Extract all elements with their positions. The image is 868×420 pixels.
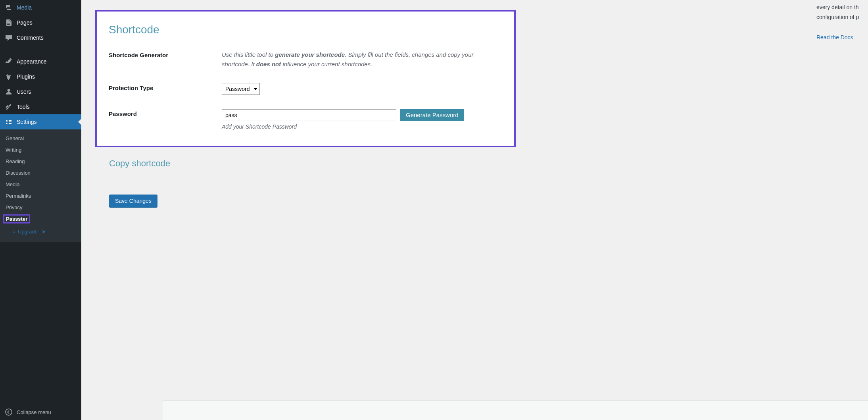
sidebar-item-label: Settings [17,119,37,125]
row-protection-type: Protection Type Password [109,83,502,95]
password-input[interactable] [222,109,396,121]
admin-footer [163,400,868,420]
row-generator: Shortcode Generator Use this little tool… [109,50,502,69]
sidebar-item-media[interactable]: Media [0,0,81,15]
protection-type-select[interactable]: Password [222,83,260,95]
media-icon [5,4,13,12]
settings-submenu: General Writing Reading Discussion Media… [0,129,81,242]
generate-password-button[interactable]: Generate Password [400,109,464,121]
sub-item-discussion[interactable]: Discussion [0,167,81,179]
content-area: Shortcode Shortcode Generator Use this l… [81,0,868,420]
sidebar-item-label: Media [17,4,32,11]
comments-icon [5,34,13,42]
sub-item-permalinks[interactable]: Permalinks [0,190,81,202]
row-password: Password Generate Password Add your Shor… [109,109,502,130]
save-changes-button[interactable]: Save Changes [109,195,157,207]
sidebar-item-appearance[interactable]: Appearance [0,54,81,69]
sidebar-item-plugins[interactable]: Plugins [0,69,81,84]
collapse-label: Collapse menu [17,409,51,415]
sub-item-privacy[interactable]: Privacy [0,202,81,213]
password-helper-text: Add your Shortcode Password [222,123,502,130]
sub-item-passster[interactable]: Passster [6,216,27,222]
upgrade-sub-icon: ↳ [12,229,15,234]
generator-label: Shortcode Generator [109,50,222,58]
panel-heading: Shortcode [109,23,502,36]
sidebar-item-label: Appearance [17,58,47,65]
sub-item-passster-highlight: Passster [3,214,30,223]
sidebar-item-label: Pages [17,19,33,26]
svg-point-0 [6,409,12,415]
sidebar-item-users[interactable]: Users [0,84,81,99]
settings-icon [5,118,13,126]
sidebar-item-label: Users [17,89,31,95]
sidebar-item-tools[interactable]: Tools [0,99,81,114]
sub-item-media[interactable]: Media [0,179,81,190]
admin-menu: Media Pages Comments Appearance Plugins [0,0,81,404]
generator-description: Use this little tool to generate your sh… [222,50,502,69]
pages-icon [5,19,13,27]
sidebar-item-comments[interactable]: Comments [0,30,81,45]
side-help-panel: every detail on th configuration of p Re… [816,0,868,40]
sub-item-general[interactable]: General [0,133,81,144]
sidebar-item-settings[interactable]: Settings [0,114,81,129]
password-label: Password [109,109,222,117]
sidebar-item-pages[interactable]: Pages [0,15,81,30]
sub-item-upgrade[interactable]: ↳ Upgrade ➤ [0,226,81,237]
read-docs-link[interactable]: Read the Docs [816,34,853,40]
users-icon [5,88,13,96]
shortcode-panel: Shortcode Shortcode Generator Use this l… [95,10,516,147]
sidebar-item-label: Tools [17,104,30,110]
protection-type-label: Protection Type [109,83,222,91]
sub-item-reading[interactable]: Reading [0,156,81,167]
collapse-menu[interactable]: Collapse menu [0,404,81,420]
appearance-icon [5,58,13,66]
sub-item-writing[interactable]: Writing [0,144,81,156]
tools-icon [5,103,13,111]
arrow-right-icon: ➤ [42,229,46,235]
sidebar-item-label: Comments [17,35,44,41]
sidebar-item-label: Plugins [17,73,35,80]
admin-sidebar: Media Pages Comments Appearance Plugins [0,0,81,420]
plugins-icon [5,73,13,81]
collapse-icon [5,408,13,416]
copy-shortcode-link[interactable]: Copy shortcode [109,158,516,169]
